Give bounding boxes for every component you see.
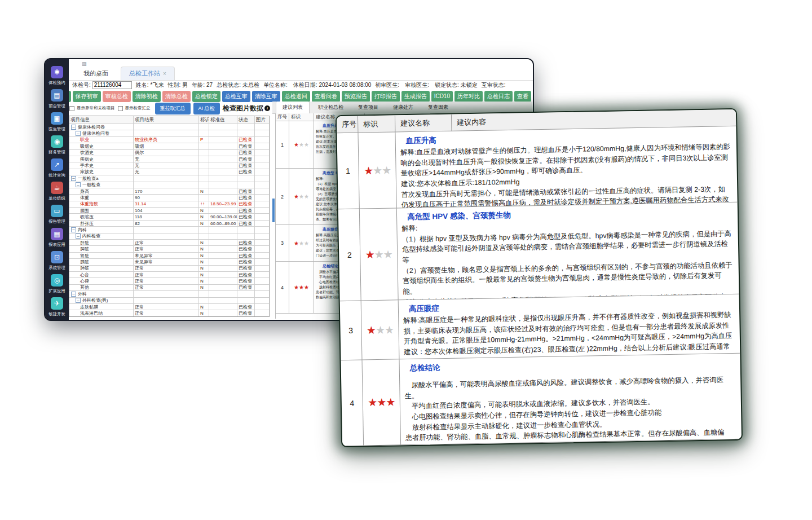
exam-item-name: 腰围 (69, 208, 134, 214)
exam-row[interactable]: 脾脏正常N已检查 (69, 246, 269, 252)
advice-tab[interactable]: 健康处方 (387, 102, 420, 113)
sidebar-item[interactable]: ⊡系统管理 (48, 251, 66, 271)
exam-row[interactable]: 浅表淋巴结正常N已检查 (69, 310, 269, 316)
checkbox[interactable] (69, 106, 74, 111)
exam-row[interactable]: –内科 (69, 227, 269, 233)
severity-stars: ★★★ (289, 169, 314, 225)
sidebar-item[interactable]: ◎扩展应用 (48, 274, 66, 294)
sidebar-item[interactable]: ▣医生管理 (48, 112, 66, 132)
window-tab[interactable]: 总检工作站× (121, 67, 175, 80)
window-tab[interactable]: 我的桌面 (76, 67, 116, 80)
exam-row[interactable]: 其他正常N已检查 (69, 285, 269, 291)
exam-row[interactable]: 肝脏正常N已检查 (69, 240, 269, 246)
star-icon: ★ (376, 323, 385, 336)
exam-row[interactable]: 体重指数31.14↑↑18.50--23.99已检查 (69, 201, 269, 208)
exam-row[interactable]: –健康体检问卷 (69, 130, 269, 136)
star-icon: ★ (294, 193, 299, 200)
collapse-icon[interactable]: – (76, 233, 81, 239)
exam-row[interactable]: 职业物业秩序员P已检查 (69, 137, 269, 143)
exam-flag: N (199, 253, 209, 259)
close-icon[interactable]: × (163, 70, 166, 77)
exam-row[interactable]: 舒张压82N60.00--89.00已检查 (69, 221, 269, 227)
exam-row[interactable]: 肾脏未见异常N已检查 (69, 253, 269, 259)
sidebar-item[interactable]: ☕单位组织 (48, 182, 66, 201)
sidebar-item[interactable]: ▤前台管理 (48, 89, 66, 109)
exam-row[interactable]: 心音正常N已检查 (69, 272, 269, 278)
collapse-icon[interactable]: – (76, 131, 81, 136)
exam-row[interactable]: 心律正常N已检查 (69, 278, 269, 284)
toolbar-button[interactable]: 总检锁定 (192, 91, 220, 102)
toolbar-button[interactable]: 总检互审 (222, 91, 250, 102)
collapse-icon[interactable]: – (76, 298, 81, 303)
toolbar-button[interactable]: 审核总检 (103, 91, 131, 102)
toolbar-button[interactable]: 总检退回 (282, 91, 310, 102)
exam-row[interactable]: 饮酒史偶尔已检查 (69, 150, 269, 156)
toolbar-button[interactable]: 总检日志 (484, 91, 513, 102)
toolbar-button[interactable]: 清除互审 (252, 91, 280, 102)
advice-tab[interactable]: 复查因素 (422, 102, 454, 113)
advice-tab[interactable]: 职业检总检 (312, 102, 350, 113)
exam-flag: N (199, 266, 209, 272)
toolbar-button[interactable]: 预览报告 (342, 91, 370, 102)
exam-status: 已检查 (237, 253, 255, 259)
exam-row[interactable]: –健康体检问卷 (69, 124, 269, 130)
sidebar-item[interactable]: ↗统计查询 (48, 158, 66, 178)
exam-row[interactable]: 收缩压118N90.00--139.00已检查 (69, 214, 269, 220)
exam-row[interactable]: 肺脏正常N已检查 (69, 266, 269, 272)
exam-result: 无 (134, 156, 199, 162)
toolbar-button[interactable]: 历年对比 (454, 91, 483, 102)
toolbar-button[interactable]: 打印报告 (372, 91, 400, 102)
sidebar-item[interactable]: ▦报表应用 (48, 228, 66, 248)
exam-item-name: 胰脏 (69, 259, 134, 265)
sidebar-item[interactable]: ▭报告管理 (48, 205, 66, 224)
toolbar-button[interactable]: 查看 (514, 91, 531, 102)
collapse-icon[interactable]: – (71, 227, 76, 232)
toolbar-button[interactable]: 生成建议 (69, 91, 71, 102)
panel-button[interactable]: AI 总检 (193, 103, 220, 114)
sidebar-item[interactable]: ✱体检预约 (48, 66, 66, 86)
exam-row[interactable]: –一般检查 (69, 182, 269, 188)
exam-row[interactable]: 体重90已检查 (69, 195, 269, 201)
sidebar-item[interactable]: ✈敏捷开发 (48, 297, 66, 317)
exam-row[interactable]: 皮肤黏膜正常N已检查 (69, 304, 269, 310)
exam-flag: ↑↑ (199, 201, 209, 208)
advice-tab[interactable]: 建议列表 (276, 102, 310, 113)
exam-row[interactable]: 疾病史无已检查 (69, 156, 269, 162)
patient-field-value: 未总检 (242, 81, 259, 89)
collapse-icon[interactable]: – (76, 182, 81, 187)
info-icon[interactable]: i (264, 105, 270, 111)
scrollbar-thumb[interactable] (272, 199, 275, 222)
toolbar-button[interactable]: ICD10 (431, 91, 453, 102)
exam-item-name: –一般检查a (69, 175, 134, 182)
advice-tab[interactable]: 复查项目 (352, 102, 385, 113)
exam-number-input[interactable] (92, 81, 132, 89)
advice-row[interactable]: 1★★★血压升高解释:血压是血液对动脉管壁产生的侧压力。理想血压是小于120/8… (337, 126, 737, 209)
collapse-icon[interactable]: – (71, 176, 76, 181)
collapse-icon[interactable]: – (71, 125, 76, 130)
exam-row[interactable]: –外科 (69, 291, 269, 297)
toolbar-button[interactable]: 生成报告 (401, 91, 430, 102)
toolbar-button[interactable]: 清除初检 (133, 91, 161, 102)
exam-row[interactable]: –内科检查 (69, 233, 269, 240)
exam-row[interactable]: –外科检查(男) (69, 298, 269, 304)
advice-row[interactable]: 4★★★总检结论 尿酸水平偏高，可能表明高尿酸血症或痛风的风险。建议调整饮食，减… (341, 354, 742, 446)
advice-row[interactable]: 3★★★高压眼症解释:高眼压症是一种常见的眼科症状，是指仅出现眼压升高，并不伴有… (340, 294, 740, 360)
star-icon: ★ (294, 142, 299, 148)
collapse-icon[interactable]: – (71, 292, 76, 297)
exam-flag (199, 169, 209, 175)
exam-row[interactable]: 吸烟史吸烟已检查 (69, 143, 269, 149)
toolbar-button[interactable]: 清除总检 (162, 91, 191, 102)
sidebar-item[interactable]: ◉财务管理 (48, 135, 66, 155)
toolbar-button[interactable]: 查看问卷 (312, 91, 340, 102)
advice-row[interactable]: 2★★★高危型 HPV 感染、宫颈赘生物解释:（1）根据 hpv 亚型及致病力将… (338, 202, 739, 301)
panel-button[interactable]: 重拉取汇总 (155, 103, 191, 114)
checkbox[interactable] (118, 106, 123, 111)
exam-row[interactable]: –一般检查a (69, 175, 269, 182)
exam-item-name: 体重指数 (69, 201, 134, 208)
exam-row[interactable]: 腰围104N已检查 (69, 208, 269, 214)
exam-row[interactable]: 手术史无已检查 (69, 162, 269, 169)
toolbar-button[interactable]: 保存初审 (73, 91, 101, 102)
exam-row[interactable]: 家族史无已检查 (69, 169, 269, 175)
exam-row[interactable]: 身高170N已检查 (69, 188, 269, 195)
exam-row[interactable]: 胰脏未见异常N已检查 (69, 259, 269, 265)
